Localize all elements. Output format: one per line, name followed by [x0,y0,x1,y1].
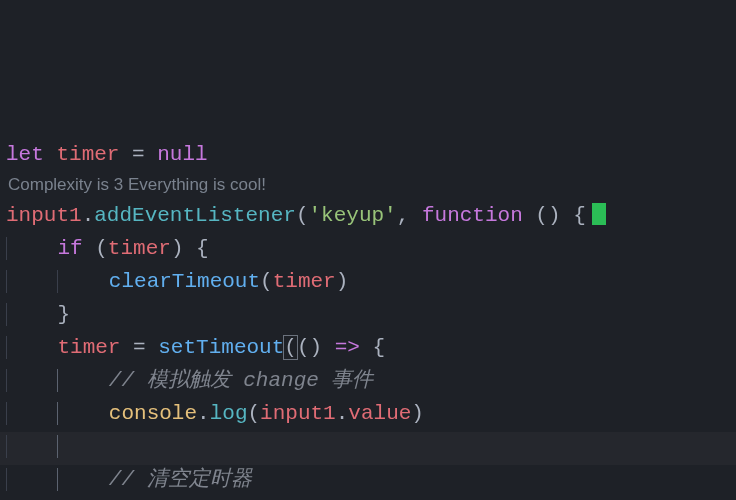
method-addEventListener: addEventListener [94,204,296,227]
punct-lbrace: { [373,336,386,359]
call-clearTimeout: clearTimeout [109,270,260,293]
punct-rparen: ) [548,204,561,227]
line-4: clearTimeout(timer) [6,270,348,293]
keyword-function: function [422,204,523,227]
keyword-if: if [57,237,82,260]
punct-lparen: ( [535,204,548,227]
string-keyup: 'keyup' [308,204,396,227]
keyword-let: let [6,143,44,166]
literal-null: null [157,143,207,166]
punct-dot: . [82,204,95,227]
identifier-input1: input1 [6,204,82,227]
punct-rparen: ) [310,336,323,359]
comment-clear-timer: // 清空定时器 [109,468,252,491]
line-5: } [6,303,70,326]
operator-eq: = [132,143,145,166]
line-7: // 模拟触发 change 事件 [6,369,373,392]
line-8: console.log(input1.value) [6,402,424,425]
punct-rparen: ) [411,402,424,425]
punct-rbrace: } [57,303,70,326]
punct-lbrace: { [196,237,209,260]
punct-dot: . [336,402,349,425]
punct-rparen: ) [171,237,184,260]
codelens-complexity[interactable]: Complexity is 3 Everything is cool! [6,171,736,199]
identifier-timer: timer [57,336,120,359]
identifier-console: console [109,402,197,425]
method-log: log [210,402,248,425]
line-1: let timer = null [6,143,208,166]
identifier-timer: timer [56,143,119,166]
punct-lparen: ( [260,270,273,293]
inline-marker-icon [592,203,606,225]
punct-lparen: ( [247,402,260,425]
comment-simulate-change: // 模拟触发 change 事件 [109,369,374,392]
punct-lparen: ( [296,204,309,227]
code-editor[interactable]: let timer = null Complexity is 3 Everyth… [0,0,736,500]
punct-dot: . [197,402,210,425]
line-3: if (timer) { [6,237,209,260]
line-9 [6,435,71,458]
punct-lbrace: { [573,204,586,227]
line-10: // 清空定时器 [6,468,252,491]
identifier-input1: input1 [260,402,336,425]
punct-lparen: ( [297,336,310,359]
operator-eq: = [133,336,146,359]
arrow-icon: => [335,336,360,359]
punct-comma: , [397,204,410,227]
identifier-timer: timer [108,237,171,260]
call-setTimeout: setTimeout [158,336,284,359]
line-2: input1.addEventListener('keyup', functio… [6,204,606,227]
line-6: timer = setTimeout(() => { [6,336,385,359]
punct-rparen: ) [336,270,349,293]
identifier-timer: timer [273,270,336,293]
bracket-match-open: ( [283,335,298,360]
punct-lparen: ( [95,237,108,260]
property-value: value [348,402,411,425]
